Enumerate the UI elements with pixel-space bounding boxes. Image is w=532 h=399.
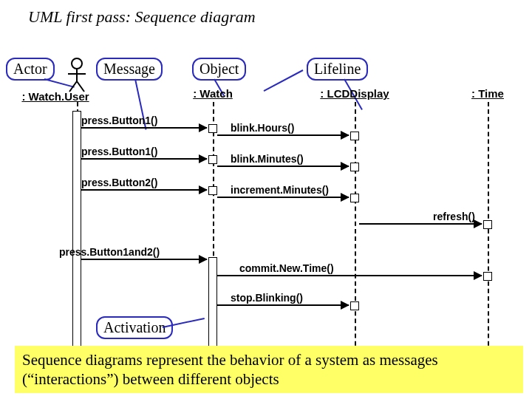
msg-label: blink.Minutes() [231,153,304,165]
msg-label: press.Button1and2() [59,246,160,258]
legend-lifeline: Lifeline [307,58,368,81]
actor-icon [66,58,88,95]
msg-label: increment.Minutes() [231,184,329,196]
legend-object: Object [192,58,246,81]
activation-watch [208,124,217,133]
msg-label: press.Button1() [81,146,157,157]
activation-watch [208,155,217,164]
msg-label: stop.Blinking() [231,292,303,304]
msg-label: press.Button1() [81,115,157,126]
msg-pressbutton2: press.Button2() [81,189,208,204]
lifeline-lcddisplay [355,102,356,368]
msg-commit: commit.New.Time() [217,275,483,290]
activation-lcd [350,132,359,140]
msg-pressbutton1-a: press.Button1() [81,127,208,142]
activation-lcd [350,194,359,202]
callout-line [264,69,304,92]
caption: Sequence diagrams represent the behavior… [15,346,523,394]
legend-activation: Activation [96,316,173,339]
activation-lcd [350,301,359,310]
msg-label: commit.New.Time() [239,262,334,274]
legend-actor: Actor [6,58,55,81]
activation-watch [208,257,217,349]
lifeline-watchuser-label: : Watch.User [21,90,89,103]
activation-watchuser [72,111,81,355]
lifeline-time-label: : Time [471,87,504,100]
lifeline-watch-label: : Watch [193,87,233,100]
msg-label: press.Button2() [81,177,157,188]
msg-pressbutton1-b: press.Button1() [81,158,208,173]
page-title: UML first pass: Sequence diagram [0,0,532,27]
activation-lcd [350,163,359,171]
lifeline-lcddisplay-label: : LCDDisplay [320,87,389,100]
svg-point-0 [72,58,82,69]
activation-time [483,272,492,281]
legend-message: Message [96,58,163,81]
lifeline-time [488,102,489,368]
sequence-diagram: Actor Message Object Lifeline Activation… [0,44,532,355]
msg-stopblinking: stop.Blinking() [217,304,350,319]
msg-label: refresh() [433,211,475,222]
msg-pressbutton1and2: press.Button1and2() [81,259,208,273]
activation-time [483,220,492,229]
msg-refresh: refresh() [359,223,483,238]
msg-blinkminutes: blink.Minutes() [217,166,350,180]
activation-watch [208,186,217,195]
msg-blinkhours: blink.Hours() [217,134,350,149]
msg-incrementminutes: increment.Minutes() [217,197,350,211]
msg-label: blink.Hours() [231,122,294,134]
